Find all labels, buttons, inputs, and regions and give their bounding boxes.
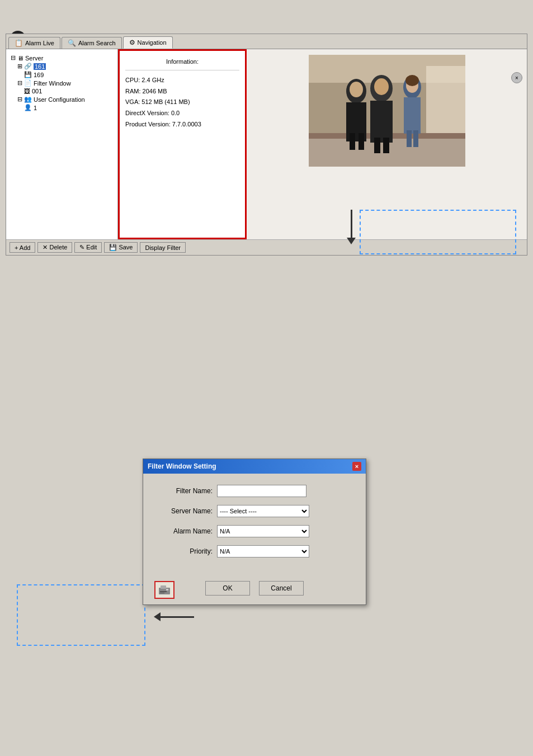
- alarm-name-label: Alarm Name:: [157, 527, 213, 535]
- tree-item-filter[interactable]: ⊟ 📄 Filter Window: [17, 79, 113, 87]
- dashed-box-top: [360, 210, 516, 254]
- tree-item-user-config[interactable]: ⊟ 👥 User Configuration: [17, 95, 113, 103]
- arrow-left-head: [154, 612, 161, 621]
- navigation-icon: ⚙: [129, 39, 135, 46]
- tab-bar: 📋 Alarm Live 🔍 Alarm Search ⚙ Navigation: [6, 34, 527, 49]
- save-button[interactable]: 💾 Save: [104, 242, 138, 253]
- arrow-down-head: [347, 238, 356, 244]
- svg-rect-22: [161, 585, 166, 589]
- disk-icon-169: 💾: [24, 71, 32, 78]
- alarm-live-icon: 📋: [15, 39, 23, 47]
- svg-rect-19: [413, 130, 418, 147]
- fax-svg: [158, 584, 171, 596]
- tree-item-user-1[interactable]: 👤 1: [24, 103, 113, 112]
- svg-rect-11: [370, 101, 393, 143]
- tab-navigation-label: Navigation: [138, 39, 167, 46]
- user-icon-1: 👤: [24, 104, 32, 111]
- camera-image: [309, 55, 465, 167]
- info-panel: Information: CPU: 2.4 GHz RAM: 2046 MB V…: [118, 49, 247, 239]
- tree-169-label: 169: [34, 72, 44, 78]
- fax-icon[interactable]: [154, 581, 174, 599]
- add-button[interactable]: + Add: [10, 242, 35, 253]
- filter-name-row: Filter Name:: [157, 485, 352, 497]
- expand-icon-filter: ⊟: [17, 79, 22, 87]
- info-title: Information:: [125, 56, 239, 68]
- tree-item-001[interactable]: 🖼 001: [24, 87, 113, 95]
- tab-alarm-search[interactable]: 🔍 Alarm Search: [62, 37, 122, 49]
- svg-rect-14: [383, 138, 389, 153]
- tab-alarm-live[interactable]: 📋 Alarm Live: [8, 37, 60, 49]
- dialog-footer: OK Cancel: [143, 577, 366, 604]
- tree-item-169[interactable]: 💾 169: [24, 70, 113, 79]
- priority-row: Priority: N/A: [157, 545, 352, 557]
- tree-user-config-label: User Configuration: [34, 96, 85, 103]
- alarm-name-row: Alarm Name: N/A: [157, 525, 352, 537]
- dialog-title: Filter Window Setting: [148, 462, 216, 470]
- svg-rect-8: [350, 133, 355, 150]
- tree-001-label: 001: [32, 88, 42, 94]
- server-name-label: Server Name:: [157, 507, 213, 515]
- ok-button[interactable]: OK: [205, 581, 250, 596]
- tree-panel: ⊟ 🖥 Server ⊞ 🔗 161 💾 169 ⊟ 📄 Filter Wind…: [6, 49, 118, 239]
- svg-rect-24: [160, 591, 167, 592]
- tree-item-server[interactable]: ⊟ 🖥 Server: [11, 54, 113, 62]
- svg-rect-13: [374, 138, 380, 153]
- svg-point-7: [350, 82, 363, 97]
- expand-icon: ⊟: [11, 54, 16, 62]
- frame-icon-001: 🖼: [24, 88, 30, 94]
- server-name-select[interactable]: ---- Select ----: [217, 505, 309, 517]
- dialog-titlebar: Filter Window Setting ×: [143, 459, 366, 474]
- camera-feed-svg: [309, 55, 465, 167]
- svg-rect-18: [407, 130, 412, 147]
- tree-item-161[interactable]: ⊞ 🔗 161: [17, 62, 113, 70]
- svg-rect-16: [404, 97, 421, 134]
- dialog-close-button[interactable]: ×: [352, 462, 361, 471]
- info-ram: RAM: 2046 MB: [125, 86, 239, 97]
- server-name-row: Server Name: ---- Select ----: [157, 505, 352, 517]
- filter-window-dialog: Filter Window Setting × Filter Name: Ser…: [143, 459, 366, 605]
- svg-rect-23: [166, 589, 168, 590]
- tree-user-1-label: 1: [34, 105, 37, 111]
- svg-rect-25: [160, 593, 164, 593]
- svg-point-12: [374, 78, 389, 95]
- svg-rect-4: [426, 66, 465, 133]
- svg-rect-9: [359, 133, 364, 150]
- tree-server-label: Server: [25, 55, 43, 62]
- cancel-button[interactable]: Cancel: [259, 581, 304, 596]
- users-icon: 👥: [24, 96, 32, 103]
- arrow-left-indicator: [154, 612, 194, 621]
- alarm-name-select[interactable]: N/A: [217, 525, 309, 537]
- info-directx: DirectX Version: 0.0: [125, 108, 239, 119]
- filter-name-input[interactable]: [217, 485, 306, 497]
- tree-161-label: 161: [34, 63, 46, 70]
- delete-button[interactable]: ✕ Delete: [37, 242, 72, 253]
- arrow-left-line: [161, 616, 194, 618]
- dashed-box-bottom: [17, 584, 145, 646]
- info-divider: [125, 70, 239, 70]
- display-filter-button[interactable]: Display Filter: [140, 242, 186, 253]
- info-product: Product Version: 7.7.0.0003: [125, 119, 239, 130]
- info-cpu: CPU: 2.4 GHz: [125, 75, 239, 86]
- tab-alarm-live-label: Alarm Live: [25, 40, 54, 46]
- priority-label: Priority:: [157, 547, 213, 555]
- app-close-button[interactable]: ×: [511, 72, 522, 83]
- tab-navigation[interactable]: ⚙ Navigation: [123, 36, 173, 49]
- svg-point-20: [405, 75, 419, 86]
- dialog-body: Filter Name: Server Name: ---- Select --…: [143, 474, 366, 577]
- tab-alarm-search-label: Alarm Search: [78, 40, 116, 46]
- alarm-search-icon: 🔍: [68, 39, 76, 47]
- arrow-down-indicator: [347, 210, 356, 244]
- link-icon-161: 🔗: [24, 63, 32, 70]
- expand-icon-user: ⊟: [17, 96, 22, 103]
- expand-icon-161: ⊞: [17, 63, 22, 70]
- edit-button[interactable]: ✎ Edit: [74, 242, 102, 253]
- tree-filter-label: Filter Window: [34, 80, 71, 87]
- priority-select[interactable]: N/A: [217, 545, 309, 557]
- filter-icon: 📄: [24, 79, 32, 87]
- info-vga: VGA: 512 MB (411 MB): [125, 97, 239, 108]
- server-icon: 🖥: [17, 55, 23, 62]
- filter-name-label: Filter Name:: [157, 487, 213, 495]
- arrow-down-line: [351, 210, 352, 238]
